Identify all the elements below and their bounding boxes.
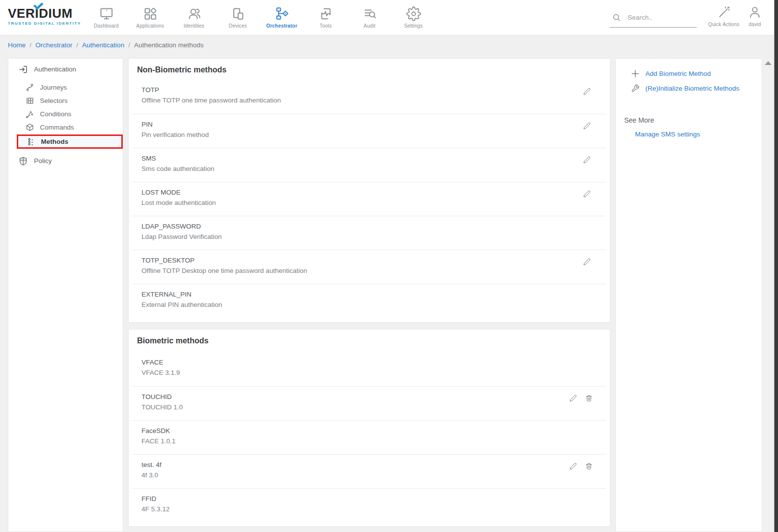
- edit-method-button[interactable]: [580, 256, 593, 267]
- method-description: Sms code authentication: [141, 165, 606, 172]
- user-name-label: david: [749, 22, 761, 27]
- nav-label: Identities: [183, 23, 204, 29]
- method-description: Ldap Password Verification: [141, 233, 606, 240]
- search-box[interactable]: [610, 11, 697, 28]
- sidebar-item-label: Selectors: [40, 97, 68, 104]
- nav-item-dashboard[interactable]: Dashboard: [84, 3, 128, 29]
- commands-icon: [26, 123, 34, 132]
- scrollbar-up-arrow[interactable]: [765, 61, 772, 65]
- method-name: EXTERNAL_PIN: [141, 291, 606, 298]
- breadcrumb-link-orchestrator[interactable]: Orchestrator: [35, 41, 72, 49]
- sidebar-item-label: Authentication: [34, 66, 76, 73]
- tools-icon: [318, 3, 333, 21]
- sidebar-item-conditions[interactable]: Conditions: [8, 107, 123, 121]
- method-row-vface: VFACE VFACE 3.1.9: [133, 352, 606, 386]
- method-row-totp: TOTP Offline TOTP one time password auth…: [133, 80, 606, 114]
- edit-method-button[interactable]: [580, 154, 593, 166]
- nav-item-settings[interactable]: Settings: [391, 3, 435, 29]
- search-icon: [612, 13, 622, 23]
- sidebar-item-authentication[interactable]: Authentication: [8, 61, 123, 77]
- top-header: VERIDIUM TRUSTED DIGITAL IDENTITY Dashbo…: [0, 0, 774, 35]
- section-title: Non-Biometric methods: [129, 59, 610, 80]
- non-biometric-methods-card: Non-Biometric methods TOTP Offline TOTP …: [128, 58, 610, 323]
- method-version: TOUCHID 1.0: [141, 403, 606, 411]
- selectors-icon: [26, 97, 34, 105]
- nav-item-tools[interactable]: Tools: [304, 3, 348, 29]
- nav-item-identities[interactable]: Identities: [172, 3, 216, 29]
- sidebar-item-label: Journeys: [40, 84, 67, 91]
- delete-method-button[interactable]: [582, 392, 595, 404]
- sidebar-item-selectors[interactable]: Selectors: [8, 94, 123, 107]
- see-more-heading: See More: [624, 116, 762, 124]
- method-name: LOST MODE: [141, 189, 606, 196]
- nav-label: Applications: [136, 23, 164, 29]
- method-description: Lost mode authentication: [141, 199, 606, 206]
- sidebar-item-commands[interactable]: Commands: [8, 121, 123, 134]
- reinitialize-biometric-methods-button[interactable]: (Re)Initialize Biometric Methods: [631, 84, 762, 93]
- method-row-ffid: FFID 4F 5.3.12: [133, 488, 606, 522]
- nav-item-devices[interactable]: Devices: [216, 3, 260, 29]
- audit-icon: [362, 3, 377, 21]
- search-input[interactable]: [628, 14, 692, 21]
- sidebar-item-label: Commands: [40, 124, 74, 131]
- delete-method-button[interactable]: [582, 460, 595, 472]
- user-menu[interactable]: david: [742, 5, 768, 27]
- method-name: VFACE: [141, 359, 606, 366]
- edit-method-button[interactable]: [566, 460, 579, 472]
- method-version: FACE 1.0.1: [141, 437, 606, 445]
- biometric-methods-card: Biometric methods VFACE VFACE 3.1.9 TOUC…: [128, 329, 610, 527]
- breadcrumb-link-authentication[interactable]: Authentication: [82, 41, 125, 49]
- breadcrumb-separator: /: [76, 41, 78, 49]
- method-version: VFACE 3.1.9: [141, 369, 606, 376]
- nav-item-audit[interactable]: Audit: [348, 3, 391, 29]
- method-version: 4f 3.0: [141, 471, 606, 479]
- breadcrumb: Home / Orchestrator / Authentication / A…: [8, 41, 204, 49]
- method-row-pin: PIN Pin verification method: [133, 114, 606, 148]
- devices-icon: [231, 3, 246, 21]
- edit-method-button[interactable]: [580, 188, 593, 200]
- method-description: External PIN authentication: [141, 301, 606, 308]
- plus-icon: [631, 69, 639, 78]
- method-name: FFID: [141, 495, 606, 502]
- sidebar-item-methods[interactable]: Methods: [17, 134, 123, 149]
- top-navigation: Dashboard Applications: [84, 3, 435, 29]
- sidebar-item-policy[interactable]: Policy: [8, 153, 123, 169]
- sidebar-item-label: Policy: [34, 157, 52, 165]
- breadcrumb-separator: /: [30, 41, 32, 49]
- add-biometric-method-button[interactable]: Add Biometric Method: [631, 69, 762, 78]
- methods-icon: [27, 137, 35, 146]
- edit-method-button[interactable]: [580, 85, 593, 97]
- magic-wand-icon: [717, 5, 731, 19]
- method-row-external-pin: EXTERNAL_PIN External PIN authentication: [133, 284, 606, 318]
- scrollbar-track[interactable]: [762, 58, 774, 532]
- method-row-touchid: TOUCHID TOUCHID 1.0: [133, 386, 606, 420]
- method-name: PIN: [141, 121, 606, 128]
- quick-actions-label: Quick Actions: [708, 22, 739, 27]
- nav-item-orchestrator[interactable]: Orchestrator: [260, 3, 304, 29]
- sidebar-item-journeys[interactable]: Journeys: [8, 81, 123, 94]
- quick-actions-button[interactable]: Quick Actions: [708, 5, 740, 27]
- method-description: Pin verification method: [141, 131, 606, 138]
- method-name: test. 4f: [141, 461, 606, 468]
- edit-method-button[interactable]: [566, 392, 579, 404]
- manage-sms-settings-link[interactable]: Manage SMS settings: [635, 131, 762, 138]
- method-row-test-4f: test. 4f 4f 3.0: [133, 454, 606, 488]
- nav-label: Devices: [229, 23, 247, 29]
- edit-method-button[interactable]: [580, 120, 593, 132]
- method-name: TOTP: [141, 86, 606, 94]
- journeys-icon: [26, 83, 34, 92]
- user-avatar-icon: [748, 5, 762, 19]
- shield-icon: [19, 157, 28, 166]
- applications-icon: [143, 3, 158, 21]
- nav-item-applications[interactable]: Applications: [128, 3, 172, 29]
- logo-tagline: TRUSTED DIGITAL IDENTITY: [8, 21, 82, 26]
- logo-text: VERIDIUM: [8, 6, 82, 21]
- veridium-logo[interactable]: VERIDIUM TRUSTED DIGITAL IDENTITY: [8, 6, 82, 26]
- method-name: TOUCHID: [141, 393, 606, 400]
- method-row-facesdk: FaceSDK FACE 1.0.1: [133, 420, 606, 454]
- breadcrumb-separator: /: [128, 41, 130, 49]
- orchestrator-icon: [275, 3, 289, 21]
- actions-panel: Add Biometric Method (Re)Initialize Biom…: [615, 58, 762, 532]
- breadcrumb-link-home[interactable]: Home: [8, 41, 26, 49]
- breadcrumb-current: Authentication methods: [134, 41, 204, 49]
